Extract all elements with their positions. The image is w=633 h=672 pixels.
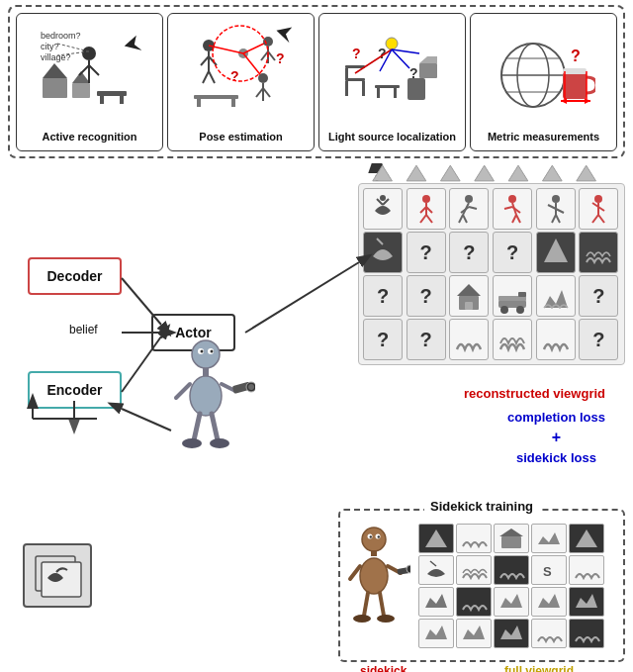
svg-point-143 [516,306,524,314]
svg-rect-43 [345,81,348,96]
svg-line-126 [556,209,564,213]
svg-point-155 [407,565,410,573]
svg-point-7 [82,47,96,60]
reconstructed-viewgrid-label: reconstructed viewgrid [464,386,605,401]
vg-cell-6 [363,232,403,273]
completion-loss-label: completion loss [507,409,605,427]
svg-marker-160 [425,529,447,547]
svg-rect-44 [362,81,365,96]
full-viewgrid-caption: full viewgrid [504,664,574,672]
vg-cell-2 [449,188,489,230]
vg-cell-23: ? [579,319,618,360]
svg-line-128 [556,215,560,223]
svg-marker-97 [440,165,460,181]
svg-text:?: ? [352,46,361,61]
svg-point-145 [362,528,386,551]
fvg-cell-8: S [531,555,567,585]
svg-point-88 [248,384,254,390]
svg-line-127 [552,215,556,223]
sidekick-caption: sidekick [360,664,407,672]
sidekick-loss-label: sidekick loss [507,449,605,467]
svg-line-9 [79,65,89,75]
svg-rect-2 [72,83,90,98]
svg-point-142 [500,306,508,314]
svg-text:S: S [543,564,552,579]
svg-point-31 [258,73,268,83]
svg-line-134 [598,215,604,223]
svg-rect-59 [419,63,437,78]
svg-line-122 [516,215,520,223]
metric-measurements-illustration: ? [473,18,614,130]
svg-line-30 [268,51,275,60]
vg-cell-7: ? [407,232,446,273]
vg-cell-4 [536,188,576,230]
fvg-cell-4 [569,524,604,553]
fvg-cell-1 [456,524,492,553]
svg-line-34 [263,88,270,97]
svg-point-77 [192,340,220,368]
sidekick-figure [346,522,410,650]
vg-cell-15 [493,275,532,317]
svg-line-133 [592,215,598,223]
fvg-cell-13 [531,587,567,617]
plus-sign: + [507,427,605,448]
svg-line-114 [469,207,477,209]
fvg-cell-16 [456,619,492,648]
svg-line-115 [459,215,463,223]
vg-cell-5 [579,188,618,230]
svg-marker-95 [373,165,393,181]
svg-text:city?: city? [41,42,59,51]
task-label-light-source: Light source localization [328,129,456,145]
vg-cell-17: ? [579,275,618,317]
svg-rect-144 [518,292,526,297]
svg-line-33 [256,88,263,97]
vg-cell-0 [363,188,403,230]
sidekick-training-title: Sidekick training [424,499,539,514]
decoder-label: Decoder [46,268,102,284]
svg-marker-101 [577,165,596,181]
svg-text:?: ? [276,50,285,66]
svg-line-109 [420,215,426,223]
top-tasks-container: bedroom? city? village? Active recogniti… [8,5,625,158]
vg-cell-3 [493,188,532,230]
vg-cell-12: ? [363,275,403,317]
svg-text:?: ? [230,68,239,84]
loss-labels: completion loss + sidekick loss [507,409,605,467]
vg-cell-1 [407,188,446,230]
decoder-box: Decoder [28,257,122,295]
task-label-pose-estimation: Pose estimation [199,129,282,145]
input-image-box [23,543,92,608]
svg-rect-39 [197,99,201,107]
svg-rect-150 [371,550,377,556]
light-source-illustration: ? ? ? [321,18,463,130]
fvg-cell-11 [456,587,492,617]
svg-rect-4 [97,91,127,96]
fvg-cell-15 [418,619,454,648]
vg-cell-16 [536,275,576,317]
viewgrid-area: ? ? ? ? ? ? ? ? ? [358,183,625,365]
task-box-metric-measurements: ? Metric measurements [470,13,617,151]
vg-cell-8: ? [449,232,489,273]
svg-line-157 [380,593,384,616]
svg-line-90 [212,414,218,440]
svg-point-158 [353,615,371,623]
svg-rect-82 [203,368,209,376]
svg-marker-60 [419,56,437,63]
svg-line-10 [89,65,99,75]
svg-rect-47 [375,85,400,88]
svg-rect-48 [377,88,380,98]
svg-line-156 [364,593,368,616]
vg-cell-19: ? [407,319,446,360]
svg-text:bedroom?: bedroom? [41,31,81,41]
svg-point-83 [190,376,222,416]
svg-point-159 [377,615,395,623]
svg-point-111 [465,195,473,203]
svg-rect-49 [394,88,397,98]
viewgrid: ? ? ? ? ? ? ? ? ? [358,183,625,365]
svg-point-149 [378,535,380,537]
vg-cell-21 [493,319,532,360]
fvg-cell-12 [494,587,529,617]
svg-line-172 [122,409,171,431]
svg-line-20 [209,56,217,65]
task-label-active-recognition: Active recognition [43,129,137,145]
